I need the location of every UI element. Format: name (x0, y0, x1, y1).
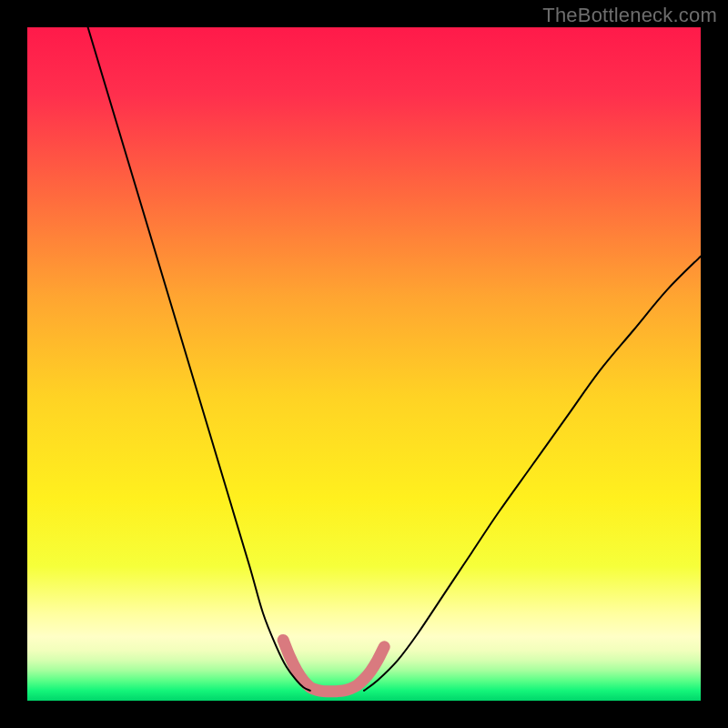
curve-left (88, 27, 310, 691)
chart-frame: TheBottleneck.com (0, 0, 728, 728)
plot-area (27, 27, 701, 701)
curve-right (364, 257, 701, 691)
watermark-text: TheBottleneck.com (542, 4, 717, 27)
curve-layer (27, 27, 701, 701)
